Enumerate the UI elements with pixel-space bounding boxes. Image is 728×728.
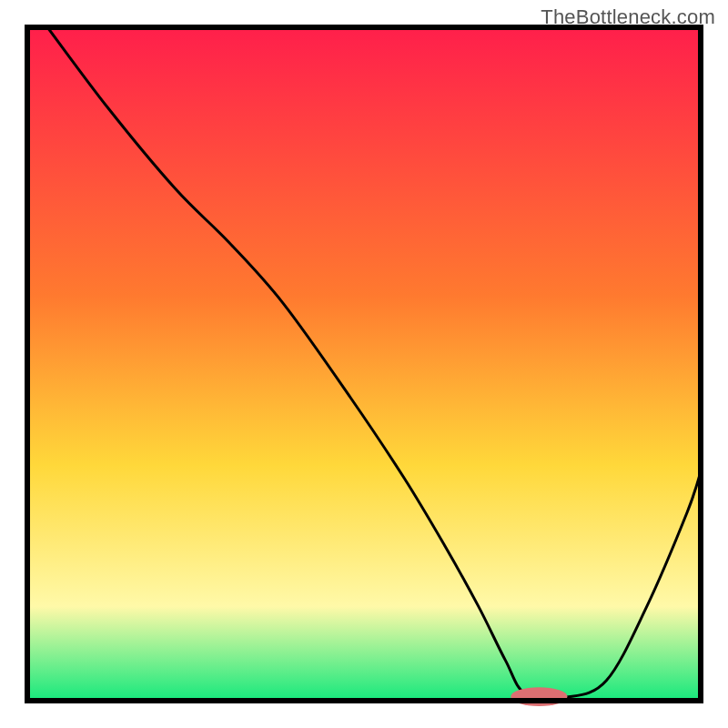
watermark-text: TheBottleneck.com <box>541 5 715 29</box>
bottleneck-chart-svg <box>0 0 728 728</box>
gradient-background <box>27 27 701 701</box>
chart-container: TheBottleneck.com <box>0 0 728 728</box>
